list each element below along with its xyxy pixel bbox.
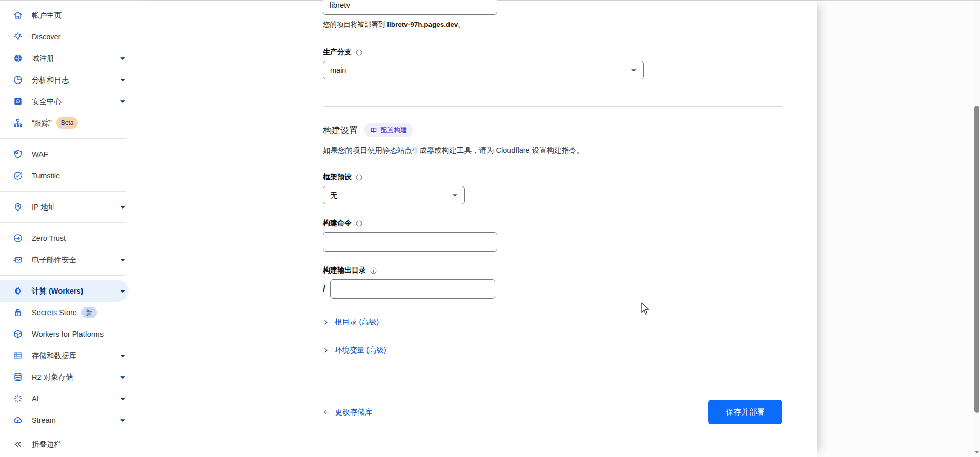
sidebar-item-turnstile[interactable]: Turnstile: [0, 165, 133, 186]
cube-icon: [13, 329, 23, 339]
sidebar-item-label: 域注册: [32, 54, 54, 64]
chevron-down-icon[interactable]: [120, 418, 126, 423]
sidebar-item-secrets-store[interactable]: Secrets Store新: [0, 302, 133, 323]
clock-check-icon: [13, 171, 23, 181]
sidebar-item-workers-for-platforms[interactable]: Workers for Platforms: [0, 323, 133, 345]
framework-preset-label: 框架预设: [323, 173, 782, 182]
chevrons-left-icon: [13, 439, 23, 449]
save-and-deploy-button[interactable]: 保存并部署: [708, 400, 782, 424]
sidebar-item-analytics-logs[interactable]: 分析和日志: [0, 69, 133, 91]
pie-chart-icon: [13, 75, 23, 85]
production-branch-select[interactable]: main: [323, 61, 644, 79]
sidebar-item-label: 存储和数据库: [32, 351, 76, 361]
sidebar-item-waf[interactable]: WAF: [0, 143, 133, 165]
sidebar: 帐户主页Discover域注册分析和日志安全中心“跟踪”BetaWAFTurns…: [0, 1, 133, 457]
chevron-down-icon[interactable]: [120, 56, 126, 61]
sidebar-item-label: Stream: [32, 416, 56, 424]
stacked-disks-icon: [13, 372, 23, 382]
info-icon[interactable]: [355, 174, 363, 181]
scrollbar-thumb[interactable]: [974, 106, 979, 413]
chevron-down-icon[interactable]: [120, 288, 126, 294]
deploy-note-prefix: 您的项目将被部署到: [323, 20, 387, 28]
build-command-input[interactable]: [323, 232, 497, 252]
sidebar-item-label: 分析和日志: [32, 75, 69, 85]
build-output-dir-label: 构建输出目录: [323, 266, 782, 275]
sidebar-item-label: Workers for Platforms: [32, 330, 104, 338]
sidebar-item-label: Discover: [32, 33, 60, 41]
sidebar-item-security-center[interactable]: 安全中心: [0, 91, 133, 112]
build-command-label: 构建命令: [323, 219, 782, 228]
workers-icon: [13, 286, 23, 296]
cloudflare-dashboard: 帐户主页Discover域注册分析和日志安全中心“跟踪”BetaWAFTurns…: [0, 0, 980, 457]
sidebar-item-email-security[interactable]: 电子邮件安全: [0, 249, 133, 271]
lock-icon: [13, 307, 23, 318]
configure-build-badge[interactable]: 配置构建: [364, 123, 413, 137]
sidebar-item-label: Secrets Store: [32, 308, 77, 317]
sidebar-divider: [0, 138, 126, 139]
sidebar-divider: [0, 191, 126, 192]
sidebar-item-trace[interactable]: “跟踪”Beta: [0, 112, 133, 134]
deploy-domain: libretv-97h.pages.dev: [387, 20, 458, 28]
sidebar-item-label: R2 对象存储: [32, 372, 73, 382]
sidebar-item-zero-trust[interactable]: Zero Trust: [0, 227, 133, 249]
sidebar-item-storage-databases[interactable]: 存储和数据库: [0, 345, 133, 366]
chevron-down-icon[interactable]: [120, 353, 126, 359]
sidebar-item-compute-workers[interactable]: 计算 (Workers): [0, 280, 129, 302]
project-name-input[interactable]: [323, 0, 497, 15]
sidebar-item-label: 计算 (Workers): [32, 286, 83, 296]
chevron-down-icon[interactable]: [120, 204, 126, 210]
root-directory-advanced-label: 根目录 (高级): [335, 317, 379, 327]
shield-gear-icon: [13, 149, 23, 159]
production-branch-value: main: [330, 66, 346, 74]
info-icon[interactable]: [370, 267, 377, 275]
cloud-play-icon: [13, 415, 23, 425]
sidebar-item-discover[interactable]: Discover: [0, 26, 133, 48]
vertical-scrollbar[interactable]: [974, 1, 980, 457]
main-content: 您的项目将被部署到 libretv-97h.pages.dev。 生产分支 ma…: [133, 1, 817, 457]
environment-variables-advanced-label: 环境变量 (高级): [335, 345, 386, 355]
collapse-sidebar-button[interactable]: 折叠边栏: [0, 431, 133, 457]
lightbulb-icon: [13, 32, 23, 42]
change-repository-link[interactable]: 更改存储库: [323, 407, 373, 417]
envelope-icon: [13, 255, 23, 265]
section-divider: [323, 106, 782, 107]
chevron-down-icon[interactable]: [120, 396, 126, 402]
chevron-down-icon[interactable]: [120, 77, 126, 83]
framework-preset-select[interactable]: 无: [323, 186, 465, 204]
scrollbar-down-arrow[interactable]: [974, 450, 979, 455]
production-branch-label: 生产分支: [323, 48, 782, 57]
sidebar-item-domain-registration[interactable]: 域注册: [0, 48, 133, 69]
chevron-down-icon[interactable]: [120, 99, 126, 105]
chevron-down-icon: [631, 68, 637, 73]
new-badge: 新: [81, 307, 97, 318]
sidebar-item-label: IP 地址: [32, 202, 55, 212]
sidebar-nav-list: 帐户主页Discover域注册分析和日志安全中心“跟踪”BetaWAFTurns…: [0, 1, 133, 431]
sidebar-item-stream[interactable]: Stream: [0, 409, 133, 431]
output-dir-prefix: /: [323, 284, 325, 294]
safe-icon: [13, 96, 23, 107]
database-icon: [13, 350, 23, 361]
sidebar-item-label: Zero Trust: [32, 234, 66, 242]
network-icon: [13, 118, 23, 128]
build-output-dir-input[interactable]: [330, 279, 495, 299]
sidebar-item-r2-object-storage[interactable]: R2 对象存储: [0, 366, 133, 388]
root-directory-advanced-toggle[interactable]: 根目录 (高级): [323, 317, 379, 327]
configure-build-label: 配置构建: [380, 126, 407, 135]
chevron-down-icon[interactable]: [120, 375, 126, 380]
sidebar-item-label: 安全中心: [32, 97, 62, 107]
home-icon: [13, 10, 23, 20]
chevron-down-icon: [452, 193, 458, 198]
sidebar-item-ip-addresses[interactable]: IP 地址: [0, 196, 133, 218]
sidebar-divider: [0, 222, 126, 223]
sidebar-item-label: 帐户主页: [32, 11, 62, 20]
info-icon[interactable]: [355, 220, 363, 227]
sidebar-item-ai[interactable]: AI: [0, 388, 133, 409]
sidebar-item-label: “跟踪”: [32, 118, 52, 128]
info-icon[interactable]: [355, 49, 363, 56]
sidebar-item-account-home[interactable]: 帐户主页: [0, 5, 133, 26]
chevron-down-icon[interactable]: [120, 257, 126, 263]
environment-variables-advanced-toggle[interactable]: 环境变量 (高级): [323, 345, 386, 355]
framework-preset-value: 无: [330, 191, 338, 200]
build-settings-title: 构建设置: [323, 124, 358, 136]
shield-arrow-icon: [13, 233, 23, 243]
